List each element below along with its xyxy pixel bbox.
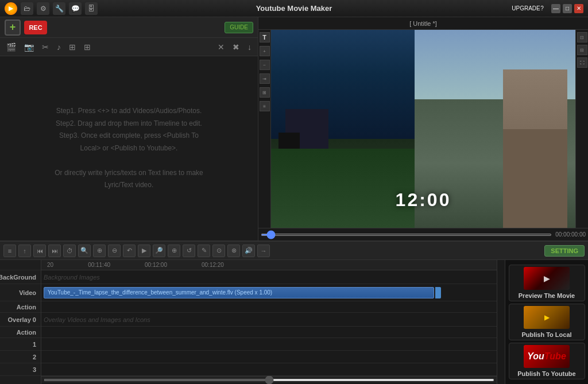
minimize-button[interactable]: — [551, 4, 560, 13]
timeline-scrollbar [41, 376, 497, 383]
tools-icon[interactable]: 🔧 [53, 2, 65, 15]
fit-btn[interactable]: ⇥ [260, 73, 270, 84]
clip-media-icon[interactable]: ✂ [40, 41, 51, 53]
grid-media-icon[interactable]: ⊞ [82, 41, 92, 53]
zoom-tl3-btn[interactable]: ⊕ [168, 245, 180, 257]
vol-btn[interactable]: 🔊 [242, 245, 255, 257]
track-labels: BackGround Video Action Overlay 0 Action… [0, 260, 41, 384]
track-label-action1: Action [0, 301, 41, 313]
clip-end-marker [435, 287, 441, 298]
sync-btn[interactable]: ↺ [183, 245, 195, 257]
track-label-action2: Action [0, 327, 41, 338]
play-btn[interactable]: ▶ [138, 245, 150, 257]
track-row-action1 [41, 301, 497, 313]
title-bar-left: ▶ 🗁 ⚙ 🔧 💬 🗄 [5, 2, 98, 15]
download-icon[interactable]: ↓ [246, 41, 253, 53]
track-label-2: 2 [0, 351, 41, 363]
track-content-video: YouTube_-_Time_lapse_the_difference_betw… [41, 284, 497, 301]
edit-btn[interactable]: ✎ [198, 245, 210, 257]
track-content-2 [41, 351, 497, 363]
preview-controls-right: ⊡ ⊟ ⛶ [575, 30, 588, 228]
preview-tools-left: T + − ⇥ ⊞ ≡ [258, 30, 271, 228]
track-row-action2 [41, 327, 497, 338]
zoom-in-btn[interactable]: + [260, 46, 270, 56]
chat-icon[interactable]: 💬 [69, 2, 82, 15]
timeline-vscroll[interactable] [497, 260, 505, 384]
upgrade-button[interactable]: UPGRADE [521, 4, 531, 13]
time-mark-0: 20 [47, 262, 53, 268]
timecode-display: 12:00 [271, 189, 575, 211]
publish-local-card[interactable]: Publish To Local [509, 304, 585, 340]
timeline-section: ≡ ↑ ⏮ ⏭ ⏱ 🔍 ⊕ ⊖ ↶ ▶ 🔎 ⊕ ↺ ✎ ⊙ ⊗ 🔊 → SETT… [0, 241, 588, 384]
settings-icon[interactable]: ⚙ [37, 2, 49, 15]
zoom-tl2-btn[interactable]: 🔎 [153, 245, 165, 257]
preview-panel: [ Untitle *] T + − ⇥ ⊞ ≡ [258, 17, 588, 241]
track-label-3: 3 [0, 363, 41, 376]
track-label-1: 1 [0, 338, 41, 351]
zoom-out-tl-btn[interactable]: 🔍 [78, 245, 91, 257]
next-clip-btn[interactable]: ⏭ [48, 245, 61, 257]
publish-youtube-card[interactable]: YouTube Publish To Youtube [509, 343, 585, 379]
track-row-1 [41, 338, 497, 351]
track-row-overlay: Overlay Videos and Images and Icons [41, 313, 497, 327]
expand-btn[interactable]: ⊡ [577, 32, 587, 42]
track-label-video: Video [0, 284, 41, 301]
preview-movie-thumb [524, 267, 570, 290]
bg-placeholder: Background Images [44, 274, 100, 281]
record-button[interactable]: REC [24, 21, 47, 34]
timeline-content: 20 00:11:40 00:12:00 00:12:20 Background… [41, 260, 497, 384]
timeline-scroll-slider[interactable] [44, 379, 494, 381]
zoom-out-btn[interactable]: − [260, 60, 270, 70]
layer-btn[interactable]: ≡ [260, 101, 270, 111]
menu-btn[interactable]: ≡ [3, 245, 16, 257]
track-row-3 [41, 363, 497, 376]
scrubber-slider[interactable] [261, 234, 552, 236]
video-media-icon[interactable]: 🎬 [5, 41, 18, 53]
overlay-placeholder: Overlay Videos and Images and Icons [44, 316, 150, 323]
cut-btn[interactable]: ⊗ [227, 245, 240, 257]
scrubber-bar: 00:00:00:00 [258, 228, 588, 241]
video-preview-wrapper: 12:00 [271, 30, 575, 228]
delete-all-icon[interactable]: ✖ [231, 41, 241, 53]
prev-clip-btn[interactable]: ⏮ [33, 245, 46, 257]
text-tool-btn[interactable]: T [260, 32, 270, 42]
delete-icon[interactable]: ✕ [216, 41, 226, 53]
app-title: Youtube Movie Maker [256, 4, 332, 13]
media-toolbar: 🎬 📷 ✂ ♪ ⊞ ⊞ ✕ ✖ ↓ [0, 38, 258, 56]
up-btn[interactable]: ↑ [18, 245, 31, 257]
window-controls: UPGRADE ? — □ ✕ [521, 4, 583, 13]
arrow-btn[interactable]: → [257, 245, 270, 257]
track-content-3 [41, 363, 497, 375]
timeline-toolbar: ≡ ↑ ⏮ ⏭ ⏱ 🔍 ⊕ ⊖ ↶ ▶ 🔎 ⊕ ↺ ✎ ⊙ ⊗ 🔊 → SETT… [0, 242, 588, 260]
copy-btn[interactable]: ⊙ [212, 245, 225, 257]
clock-btn[interactable]: ⏱ [63, 245, 76, 257]
help-button[interactable]: ? [537, 4, 547, 13]
time-display: 00:00:00:00 [555, 231, 586, 238]
plus-media-icon[interactable]: ⊞ [67, 41, 78, 53]
time-mark-2: 00:12:00 [145, 262, 167, 268]
zoom-fit-btn[interactable]: ⊖ [108, 245, 121, 257]
track-row-video[interactable]: YouTube_-_Time_lapse_the_difference_betw… [41, 284, 497, 301]
open-icon[interactable]: 🗁 [21, 2, 33, 15]
audio-media-icon[interactable]: ♪ [55, 41, 63, 53]
db-icon[interactable]: 🗄 [85, 2, 98, 15]
maximize-button[interactable]: □ [563, 4, 572, 13]
instructions-text: Step1. Press <+> to add Videos/Audios/Ph… [55, 105, 203, 192]
zoom-in-tl-btn[interactable]: ⊕ [93, 245, 106, 257]
track-content-1 [41, 338, 497, 350]
track-content-action1 [41, 301, 497, 312]
youtube-logo: YouTube [527, 351, 566, 362]
preview-movie-card[interactable]: Preview The Movie [509, 265, 585, 301]
grid-btn[interactable]: ⊞ [260, 87, 270, 98]
guide-button[interactable]: GUIDE [225, 22, 253, 33]
expand-vert-btn[interactable]: ⊟ [577, 45, 587, 55]
fullscreen-btn[interactable]: ⛶ [577, 57, 587, 68]
close-button[interactable]: ✕ [574, 4, 583, 13]
undo-btn[interactable]: ↶ [123, 245, 136, 257]
setting-button[interactable]: SETTING [544, 245, 585, 257]
photo-media-icon[interactable]: 📷 [22, 41, 36, 53]
add-button[interactable]: + [5, 20, 21, 36]
video-clip[interactable]: YouTube_-_Time_lapse_the_difference_betw… [44, 287, 434, 298]
publish-local-thumb [524, 306, 570, 329]
publish-panel: Preview The Movie Publish To Local YouTu… [505, 260, 588, 384]
